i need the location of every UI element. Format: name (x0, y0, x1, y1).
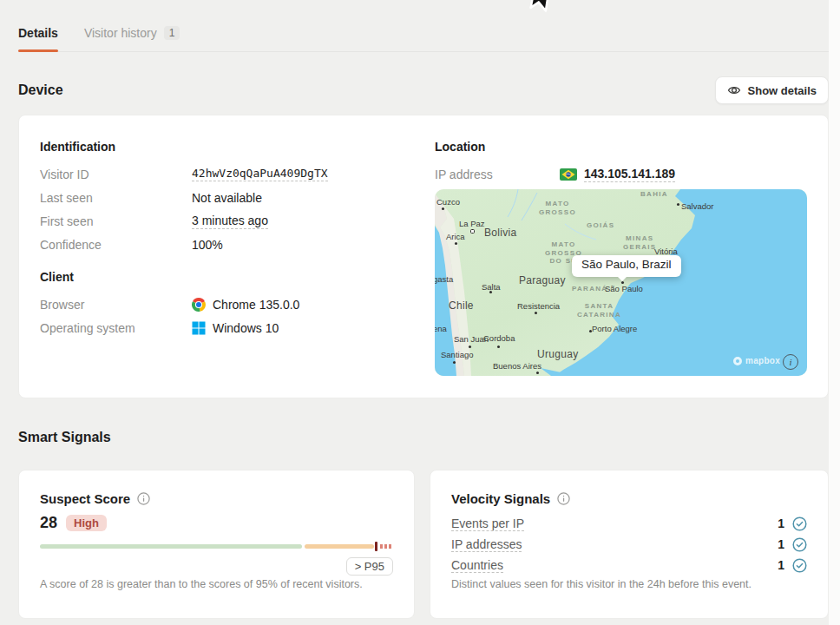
score-bar-marker (375, 542, 377, 551)
smart-signals-title: Smart Signals (18, 430, 829, 445)
ip-addresses-value: 1 (778, 537, 784, 551)
mouse-cursor (520, 0, 560, 16)
row-last-seen: Last seen Not available (40, 186, 416, 209)
map-city-dot (497, 345, 500, 348)
row-operating-system: Operating system Windows 10 (40, 316, 416, 339)
tab-visitor-history-label: Visitor history (84, 26, 157, 40)
device-card: Identification Visitor ID 42hwVz0qQaPuA4… (18, 115, 829, 398)
tab-details[interactable]: Details (18, 26, 58, 51)
last-seen-value: Not available (192, 191, 262, 205)
row-confidence: Confidence 100% (40, 233, 416, 256)
suspect-score-bar (40, 541, 393, 551)
window-edge (829, 0, 840, 625)
map-city-dot (677, 203, 679, 206)
map-city-dot (489, 291, 492, 293)
suspect-score-description: A score of 28 is greater than to the sco… (40, 578, 393, 590)
visitor-id-label: Visitor ID (40, 168, 192, 181)
ip-address-value[interactable]: 143.105.141.189 (584, 167, 675, 182)
score-bar-green-segment (40, 544, 302, 549)
mapbox-label: mapbox (745, 356, 780, 365)
client-title: Client (40, 270, 416, 284)
os-label: Operating system (40, 321, 192, 335)
row-visitor-id: Visitor ID 42hwVz0qQaPuA409DgTX (40, 162, 416, 186)
first-seen-label: First seen (40, 214, 192, 228)
velocity-row-events-per-ip: Events per IP 1 (451, 513, 807, 534)
row-first-seen: First seen 3 minutes ago (40, 209, 416, 233)
map-city-dot (621, 281, 624, 284)
mapbox-logo-icon (733, 357, 742, 365)
check-circle-icon (792, 537, 807, 552)
eye-icon (727, 83, 741, 97)
confidence-label: Confidence (40, 238, 192, 252)
velocity-row-countries: Countries 1 (451, 555, 807, 576)
countries-value: 1 (778, 558, 784, 572)
velocity-signals-description: Distinct values seen for this visitor in… (451, 578, 807, 590)
chrome-icon (192, 298, 206, 312)
map-tooltip: São Paulo, Brazil (572, 255, 681, 277)
velocity-signals-title: Velocity Signals (451, 491, 550, 506)
row-ip-address: IP address 143.105.141.189 (435, 162, 807, 186)
suspect-score-title: Suspect Score (40, 491, 130, 506)
tab-visitor-history[interactable]: Visitor history 1 (84, 26, 180, 51)
visitor-history-count-badge: 1 (164, 26, 180, 40)
browser-label: Browser (40, 298, 192, 312)
check-circle-icon (792, 558, 807, 573)
location-map[interactable]: CuzcoLa PazBoliviaAricaMATO GROSSOGOIÁSB… (435, 189, 807, 376)
first-seen-value[interactable]: 3 minutes ago (192, 214, 268, 229)
map-city-dot (536, 372, 539, 374)
map-city-dot (589, 330, 592, 332)
map-info-icon[interactable]: i (783, 354, 798, 370)
score-bar-danger-segment (380, 544, 393, 549)
percentile-chip: > P95 (346, 557, 393, 576)
show-details-label: Show details (748, 84, 817, 97)
info-icon[interactable] (557, 492, 570, 505)
brazil-flag-icon (560, 168, 577, 181)
tab-details-label: Details (18, 26, 58, 40)
confidence-value: 100% (192, 238, 223, 252)
map-city-dot (470, 229, 475, 234)
map-city-dot (469, 345, 471, 348)
events-per-ip-value: 1 (778, 516, 784, 530)
identification-title: Identification (40, 140, 416, 154)
device-section-title: Device (18, 82, 63, 98)
browser-value: Chrome 135.0.0 (213, 298, 299, 312)
score-bar-orange-segment (305, 544, 373, 549)
show-details-button[interactable]: Show details (715, 76, 829, 104)
ip-address-label: IP address (435, 168, 560, 181)
mapbox-attribution: mapbox (733, 356, 780, 365)
map-city-dot (442, 207, 444, 210)
velocity-signals-card: Velocity Signals Events per IP 1 (430, 470, 829, 619)
ip-addresses-label[interactable]: IP addresses (451, 537, 522, 552)
velocity-row-ip-addresses: IP addresses 1 (451, 534, 807, 555)
check-circle-icon (792, 516, 807, 531)
map-city-dot (455, 242, 457, 245)
suspect-score-value: 28 (40, 514, 57, 532)
suspect-score-card: Suspect Score 28 High (18, 470, 415, 619)
windows-icon (192, 321, 206, 335)
info-icon[interactable] (137, 492, 150, 505)
countries-label[interactable]: Countries (451, 558, 503, 573)
visitor-id-value[interactable]: 42hwVz0qQaPuA409DgTX (192, 167, 328, 181)
row-browser: Browser (40, 293, 416, 316)
location-title: Location (435, 140, 807, 154)
map-city-dot (453, 361, 456, 364)
tab-bar: Details Visitor history 1 (18, 0, 829, 52)
suspect-score-level-badge: High (66, 515, 107, 531)
visitor-details-panel: Details Visitor history 1 Device Show de… (0, 0, 840, 625)
os-value: Windows 10 (213, 321, 279, 335)
map-city-dot (535, 312, 537, 314)
last-seen-label: Last seen (40, 191, 192, 205)
events-per-ip-label[interactable]: Events per IP (451, 516, 524, 531)
